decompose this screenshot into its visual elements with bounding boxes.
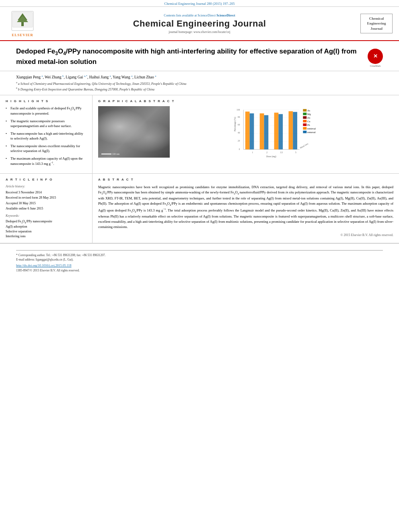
highlight-item-2: The magnetic nanocomposite possesses sup…: [6, 119, 86, 129]
bar-chart-svg: As Mg Zn Cu Pb retrieval removal: [173, 106, 393, 158]
journal-homepage: journal homepage: www.elsevier.com/locat…: [43, 30, 356, 34]
svg-rect-33: [245, 112, 250, 150]
authors-section: Xiangqian Peng a, Wei Zhang b, Ligang Ga…: [0, 71, 399, 95]
received-revised-date: Received in revised form 28 May 2015: [6, 195, 86, 200]
svg-text:5: 5: [295, 151, 296, 154]
keyword-3: Selective separation: [6, 229, 86, 234]
highlight-item-1: Facile and scalable synthesis of dedoped…: [6, 106, 86, 116]
highlight-item-5: The maximum adsorption capacity of Ag(I)…: [6, 156, 86, 167]
svg-text:removal: removal: [307, 131, 316, 134]
svg-rect-34: [250, 113, 254, 150]
elsevier-logo: ELSEVIER: [6, 10, 39, 37]
doi-link[interactable]: http://dx.doi.org/10.1016/j.cej.2015.05.…: [16, 264, 383, 267]
highlights-graphical-section: H I G H L I G H T S Facile and scalable …: [0, 95, 399, 174]
authors-line: Xiangqian Peng a, Wei Zhang b, Ligang Ga…: [16, 74, 383, 79]
svg-text:2: 2: [266, 151, 267, 154]
svg-rect-39: [288, 111, 293, 150]
svg-rect-9: [303, 116, 306, 119]
svg-text:40: 40: [238, 131, 240, 134]
article-info-heading: A R T I C L E I N F O: [6, 178, 86, 181]
svg-text:3.5: 3.5: [280, 151, 283, 154]
svg-text:100: 100: [237, 109, 240, 111]
graphical-abstract-heading: G R A P H I C A L A B S T R A C T: [98, 99, 393, 103]
abstract-column: A B S T R A C T Magnetic nanocomposites …: [93, 174, 399, 243]
keyword-1: Dedoped Fe3O4/PPy nanocomposite: [6, 219, 86, 224]
article-info-column: A R T I C L E I N F O Article history: R…: [0, 174, 93, 243]
tem-image-bg: [98, 106, 170, 158]
highlight-item-3: The nanocomposite has a high anti-interf…: [6, 131, 86, 141]
journal-reference-bar: Chemical Engineering Journal 280 (2015) …: [0, 0, 399, 7]
journal-logo-right: ChemicalEngineeringJournal: [360, 14, 393, 34]
svg-text:Zn: Zn: [307, 117, 311, 119]
accepted-date: Accepted 30 May 2015: [6, 201, 86, 205]
svg-text:80: 80: [238, 116, 240, 118]
abstract-heading: A B S T R A C T: [98, 178, 393, 181]
journal-title: Chemical Engineering Journal: [43, 18, 356, 29]
svg-rect-38: [278, 114, 283, 150]
svg-rect-7: [303, 113, 306, 115]
svg-rect-40: [293, 112, 297, 150]
svg-rect-17: [303, 131, 306, 133]
svg-rect-13: [303, 123, 306, 126]
svg-text:Mg: Mg: [307, 113, 311, 116]
highlight-item-4: The nanocomposite shows excellent reusab…: [6, 144, 86, 154]
keywords-label: Keywords:: [6, 214, 86, 218]
affiliation-a: a a School of Chemistry and Pharmaceutic…: [16, 81, 383, 86]
journal-header: ELSEVIER Contents lists available at Sci…: [0, 7, 399, 41]
tem-image: 100 nm: [98, 106, 170, 158]
svg-rect-11: [303, 120, 306, 122]
available-online-date: Available online 6 June 2015: [6, 206, 86, 211]
article-title: Dedoped Fe3O4/PPy nanocomposite with hig…: [16, 47, 364, 67]
journal-center: Contents lists available at ScienceDirec…: [43, 14, 356, 34]
svg-text:Dose (mg): Dose (mg): [266, 156, 276, 158]
graphical-abstract-chart: As Mg Zn Cu Pb retrieval removal: [173, 106, 393, 158]
svg-rect-15: [303, 127, 306, 129]
article-history-label: Article history:: [6, 185, 86, 188]
received-date: Received 3 November 2014: [6, 190, 86, 195]
article-title-section: Dedoped Fe3O4/PPy nanocomposite with hig…: [0, 41, 399, 71]
copyright-line: © 2015 Elsevier B.V. All rights reserved…: [98, 233, 393, 237]
crossmark-icon: ✕: [368, 49, 383, 64]
footer-section: * Corresponding author. Tel.: +86 531 89…: [0, 243, 399, 277]
svg-rect-35: [260, 113, 264, 150]
svg-text:1: 1: [252, 151, 253, 154]
elsevier-tree-icon: [10, 10, 35, 32]
email-note: E-mail address: liganggai@qlu.edu.cn (L.…: [16, 257, 383, 262]
info-abstract-section: A R T I C L E I N F O Article history: R…: [0, 174, 399, 243]
svg-text:60: 60: [238, 124, 240, 126]
keyword-4: Interfering ions: [6, 234, 86, 239]
article-title-container: Dedoped Fe3O4/PPy nanocomposite with hig…: [16, 47, 364, 67]
svg-text:20: 20: [238, 140, 240, 142]
svg-text:0: 0: [239, 148, 240, 151]
svg-text:Metal ions: Metal ions: [300, 142, 309, 149]
abstract-text: Magnetic nanocomposites have been well r…: [98, 185, 393, 230]
affiliation-b: b b Dongying Entry-Exit Inspection and Q…: [16, 86, 383, 92]
graphical-abstract-content: 100 nm As Mg Zn Cu Pb r: [98, 106, 393, 158]
svg-rect-36: [264, 115, 268, 150]
svg-text:Percentage (%): Percentage (%): [234, 117, 237, 131]
svg-rect-1: [21, 22, 24, 26]
svg-text:retrieval: retrieval: [307, 127, 316, 130]
elsevier-label: ELSEVIER: [12, 33, 33, 37]
highlights-column: H I G H L I G H T S Facile and scalable …: [0, 95, 93, 173]
graphical-abstract-column: G R A P H I C A L A B S T R A C T 100 nm…: [93, 95, 399, 173]
corresponding-note: * Corresponding author. Tel.: +86 531 89…: [16, 253, 383, 257]
scale-line-icon: [101, 154, 111, 154]
svg-text:Cu: Cu: [307, 120, 311, 123]
svg-rect-37: [274, 113, 279, 149]
issn-text: 1385-8947/© 2015 Elsevier B.V. All right…: [16, 269, 383, 272]
sciencedirect-link: Contents lists available at ScienceDirec…: [43, 14, 356, 17]
crossmark-badge[interactable]: ✕ CrossMark: [368, 49, 383, 64]
footer-separator: [16, 250, 383, 251]
svg-rect-5: [303, 109, 306, 111]
journal-reference-text: Chemical Engineering Journal 280 (2015) …: [165, 2, 235, 6]
highlights-list: Facile and scalable synthesis of dedoped…: [6, 106, 86, 166]
highlights-heading: H I G H L I G H T S: [6, 99, 86, 103]
scale-bar: 100 nm: [101, 153, 119, 155]
svg-text:Pb: Pb: [307, 124, 310, 127]
svg-text:As: As: [307, 109, 311, 112]
keyword-2: Ag(I) adsorption: [6, 224, 86, 229]
